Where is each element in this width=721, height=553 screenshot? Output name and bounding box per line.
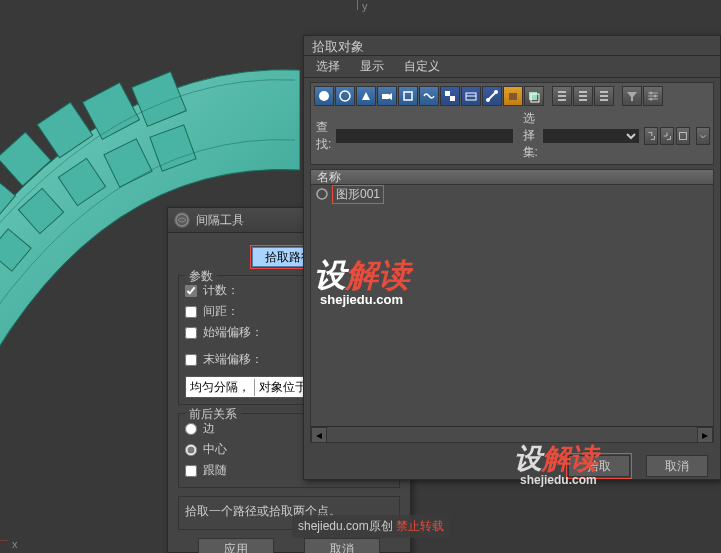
selection-set-dropdown[interactable] — [542, 128, 640, 144]
svg-point-13 — [340, 91, 350, 101]
search-label: 查找: — [314, 119, 333, 153]
filter-spacewarps-icon[interactable] — [419, 86, 439, 106]
scroll-right-icon[interactable]: ▸ — [697, 427, 713, 443]
select-all-icon[interactable] — [552, 86, 572, 106]
axis-y-label: y — [362, 0, 368, 12]
svg-point-25 — [650, 92, 653, 95]
end-offset-checkbox[interactable] — [185, 354, 197, 366]
svg-point-21 — [494, 90, 498, 94]
pick-dialog-title: 拾取对象 — [304, 36, 720, 56]
start-offset-label: 始端偏移： — [203, 324, 263, 341]
svg-rect-16 — [445, 91, 450, 96]
filter-xrefs-icon[interactable] — [461, 86, 481, 106]
spacing-title: 间隔工具 — [196, 212, 244, 229]
center-radio[interactable] — [185, 444, 197, 456]
filter-frozen-icon[interactable] — [524, 86, 544, 106]
svg-point-29 — [317, 189, 327, 199]
filter-geometry-icon[interactable] — [314, 86, 334, 106]
svg-rect-17 — [450, 96, 455, 101]
svg-rect-22 — [509, 93, 517, 100]
filter-helpers-icon[interactable] — [398, 86, 418, 106]
scroll-thumb[interactable] — [327, 427, 697, 442]
horizontal-scrollbar[interactable]: ◂ ▸ — [311, 426, 713, 442]
follow-label: 跟随 — [203, 462, 227, 479]
end-offset-label: 末端偏移： — [203, 351, 263, 368]
menu-custom[interactable]: 自定义 — [404, 58, 440, 75]
filter-cameras-icon[interactable] — [377, 86, 397, 106]
edge-radio[interactable] — [185, 423, 197, 435]
relation-label: 前后关系 — [185, 406, 241, 423]
expand-icon[interactable] — [644, 127, 658, 145]
svg-point-12 — [319, 91, 329, 101]
shape-type-icon — [315, 187, 329, 201]
search-input[interactable] — [335, 128, 514, 144]
pick-cancel-button[interactable]: 取消 — [646, 455, 708, 477]
settings-icon[interactable] — [643, 86, 663, 106]
pick-menubar: 选择 显示 自定义 — [304, 56, 720, 78]
selset-label: 选择集: — [521, 110, 540, 161]
pick-button[interactable]: 拾取 — [568, 455, 630, 477]
axis-x — [0, 540, 8, 541]
collapse-icon[interactable] — [660, 127, 674, 145]
select-invert-icon[interactable] — [594, 86, 614, 106]
object-list[interactable]: 图形001 ◂ ▸ — [310, 185, 714, 443]
filter-shapes-icon[interactable] — [335, 86, 355, 106]
menu-select[interactable]: 选择 — [316, 58, 340, 75]
cancel-button[interactable]: 取消 — [304, 538, 380, 553]
filter-bone-icon[interactable] — [482, 86, 502, 106]
item-name: 图形001 — [333, 186, 383, 203]
apply-button[interactable]: 应用 — [198, 538, 274, 553]
svg-point-26 — [654, 95, 657, 98]
svg-rect-14 — [382, 94, 389, 99]
svg-rect-15 — [404, 92, 412, 100]
scroll-left-icon[interactable]: ◂ — [311, 427, 327, 443]
hint-box: 拾取一个路径或拾取两个点。 — [178, 496, 400, 530]
axis-x-label: x — [12, 538, 18, 550]
filter-groups-icon[interactable] — [440, 86, 460, 106]
svg-point-20 — [486, 98, 490, 102]
svg-point-27 — [650, 98, 653, 101]
pick-toolbar: 查找: 选择集: — [310, 82, 714, 165]
spacing-checkbox[interactable] — [185, 306, 197, 318]
select-none-icon[interactable] — [573, 86, 593, 106]
filter-lights-icon[interactable] — [356, 86, 376, 106]
list-column-header[interactable]: 名称 — [310, 169, 714, 185]
svg-rect-28 — [679, 132, 686, 139]
svg-rect-23 — [529, 92, 537, 100]
menu-display[interactable]: 显示 — [360, 58, 384, 75]
follow-checkbox[interactable] — [185, 465, 197, 477]
app-icon — [174, 212, 190, 228]
params-label: 参数 — [185, 268, 217, 285]
dropdown-toggle-icon[interactable] — [696, 127, 710, 145]
filter-container-icon[interactable] — [503, 86, 523, 106]
spacing-label: 间距： — [203, 303, 239, 320]
center-label: 中心 — [203, 441, 227, 458]
list-item[interactable]: 图形001 — [311, 185, 713, 203]
filter-funnel-icon[interactable] — [622, 86, 642, 106]
pick-object-dialog: 拾取对象 选择 显示 自定义 查找: — [303, 35, 721, 480]
start-offset-checkbox[interactable] — [185, 327, 197, 339]
axis-y — [357, 0, 358, 10]
select-children-icon[interactable] — [676, 127, 690, 145]
context-divide: 均匀分隔， — [186, 379, 255, 396]
count-checkbox[interactable] — [185, 285, 197, 297]
